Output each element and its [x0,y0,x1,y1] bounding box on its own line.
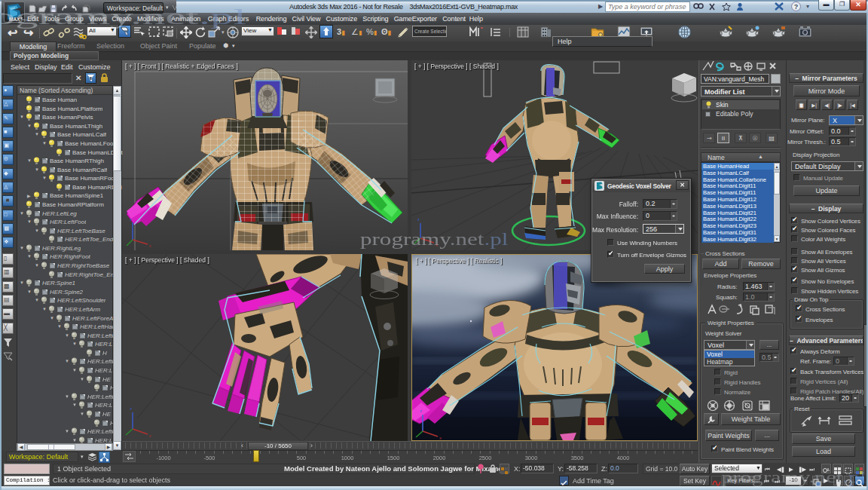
svg-text:z: z [130,217,132,222]
svg-text:x: x [149,243,151,248]
svg-text:z: z [417,217,420,222]
svg-text:MAX: MAX [9,17,20,22]
svg-text:x: x [439,436,442,440]
svg-text:z: z [420,409,422,413]
svg-text:x: x [436,243,438,247]
svg-text:z: z [130,406,132,411]
svg-text:x: x [149,433,151,438]
